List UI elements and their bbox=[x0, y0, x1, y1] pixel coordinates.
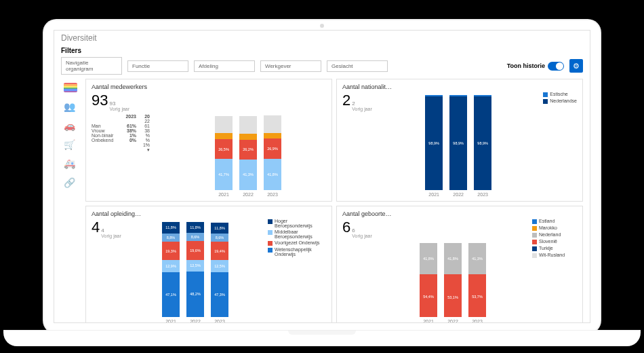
bar-segment: 54,4% bbox=[420, 276, 437, 317]
legend-swatch bbox=[268, 241, 273, 246]
bar-segment: 41,8% bbox=[264, 159, 281, 190]
x-axis-label: 2021 bbox=[423, 319, 434, 323]
laptop-frame: Diversiteit Filters Navigatie organigram… bbox=[44, 20, 600, 333]
bar-segment: 12,9% bbox=[162, 260, 180, 272]
bar-segment bbox=[239, 116, 257, 134]
toon-historie-toggle[interactable] bbox=[548, 62, 564, 71]
x-axis-label: 2023 bbox=[472, 319, 483, 323]
legend-label: Turkije bbox=[539, 246, 553, 250]
kpi: 4 4 Vorig jaar bbox=[92, 219, 125, 238]
filter-geslacht[interactable]: Geslacht bbox=[327, 60, 388, 72]
card-title: Aantal geboorte… bbox=[342, 210, 577, 217]
legend-item: Nederland bbox=[532, 232, 577, 238]
legend-label: Nederlandse bbox=[550, 98, 577, 103]
bar-segment: 48,2% bbox=[186, 272, 204, 317]
filters-title: Filters bbox=[61, 47, 583, 54]
kpi: 93 93 Vorig jaar bbox=[92, 92, 166, 111]
x-axis-label: 2023 bbox=[267, 192, 278, 197]
car-icon[interactable]: 🚗 bbox=[64, 121, 77, 130]
legend-item: Slovenië bbox=[532, 239, 577, 244]
bar-segment bbox=[264, 115, 281, 132]
x-axis-label: 2021 bbox=[428, 192, 439, 197]
legend-label: Slovenië bbox=[539, 239, 557, 244]
legend-label: Estland bbox=[539, 219, 555, 223]
card-medewerkers: Aantal medewerkers 93 93 Vorig jaar bbox=[85, 79, 332, 202]
legend-label: Wit-Rusland bbox=[539, 253, 565, 257]
legend-swatch bbox=[532, 233, 537, 238]
chart-medewerkers: 41,7%26,5%202141,3%26,2%202241,8%26,9%20… bbox=[170, 92, 326, 197]
legend-label: Nederland bbox=[539, 232, 561, 237]
legend-swatch bbox=[532, 253, 537, 258]
bar-segment: 8,6% bbox=[211, 234, 228, 242]
legend-item: Turkije bbox=[532, 246, 577, 251]
chart-opleiding: 47,1%12,9%19,3%8,8%11,8%202148,2%12,5%19… bbox=[129, 219, 261, 323]
filter-navigatie[interactable]: Navigatie organigram bbox=[61, 57, 122, 75]
chart-nationaliteiten: 98,9%202198,9%202298,9%2023 bbox=[380, 92, 536, 197]
x-axis-label: 2023 bbox=[477, 192, 488, 197]
card-title: Aantal opleiding… bbox=[92, 210, 326, 217]
filter-afdeling[interactable]: Afdeling bbox=[194, 60, 255, 72]
settings-button[interactable]: ⚙ bbox=[569, 59, 583, 73]
bar-segment: 47,1% bbox=[162, 272, 180, 317]
chart-geboorte: 54,4%41,8%202153,1%41,8%202253,7%41,3%20… bbox=[380, 219, 525, 323]
bar-segment: 98,9% bbox=[425, 96, 443, 190]
x-axis-label: 2021 bbox=[165, 319, 176, 323]
legend-swatch bbox=[268, 248, 273, 253]
legend-item: Wit-Rusland bbox=[532, 253, 577, 258]
filter-functie[interactable]: Functie bbox=[127, 60, 188, 72]
bar-segment: 12,5% bbox=[211, 260, 228, 272]
bar-segment: 12,5% bbox=[186, 260, 204, 272]
legend-swatch bbox=[532, 226, 537, 231]
bar-segment: 11,8% bbox=[211, 223, 228, 234]
x-axis-label: 2022 bbox=[447, 319, 458, 323]
filter-werkgever[interactable]: Werkgever bbox=[260, 60, 321, 72]
x-axis-label: 2021 bbox=[218, 192, 229, 197]
kpi-sub: Vorig jaar bbox=[109, 107, 129, 111]
bar-segment: 41,8% bbox=[444, 243, 462, 274]
link-icon[interactable]: 🔗 bbox=[64, 178, 77, 187]
app-screen: Diversiteit Filters Navigatie organigram… bbox=[54, 30, 590, 323]
rainbow-flag-icon[interactable] bbox=[64, 83, 77, 92]
legend-label: Estische bbox=[550, 92, 567, 96]
ambulance-icon[interactable]: 🚑 bbox=[64, 159, 77, 168]
cart-icon[interactable]: 🛒 bbox=[64, 140, 77, 149]
people-icon[interactable]: 👥 bbox=[64, 102, 77, 111]
laptop-base bbox=[3, 330, 641, 346]
bar-segment: 98,9% bbox=[474, 96, 491, 190]
x-axis-label: 2022 bbox=[453, 192, 464, 197]
bar-segment: 53,7% bbox=[468, 277, 486, 317]
legend-item: Hoger Beroepsonderwijs bbox=[268, 219, 326, 228]
card-title: Aantal nationalit… bbox=[342, 83, 577, 90]
legend-swatch bbox=[532, 219, 537, 224]
bar-segment: 47,3% bbox=[211, 272, 228, 317]
legend: EstlandMarokkoNederlandSloveniëTurkijeWi… bbox=[529, 219, 577, 323]
card-nationaliteiten: Aantal nationalit… 2 2 Vorig jaar 9 bbox=[336, 79, 583, 202]
legend-label: Marokko bbox=[539, 225, 557, 230]
legend-item: Middelbaar Beroepsonderwijs bbox=[268, 229, 326, 239]
legend-label: Hoger Beroepsonderwijs bbox=[275, 219, 326, 228]
camera bbox=[320, 24, 324, 28]
bar-segment: 53,1% bbox=[444, 278, 462, 317]
card-title: Aantal medewerkers bbox=[92, 83, 326, 90]
legend-swatch bbox=[268, 219, 273, 224]
stats-table: 202320 22 Man61%61 Vrouw38%38 Non-binair… bbox=[92, 114, 166, 153]
legend-swatch bbox=[532, 246, 537, 251]
bar-segment: 11,8% bbox=[162, 222, 180, 234]
legend-label: Middelbaar Beroepsonderwijs bbox=[275, 229, 326, 239]
legend-item: Wetenschappelijk Onderwijs bbox=[268, 247, 326, 257]
bar-segment: 19,4% bbox=[211, 242, 228, 260]
kpi-small: 93 bbox=[109, 100, 129, 107]
bar-segment: 19,3% bbox=[162, 242, 180, 260]
legend-item: Estland bbox=[532, 219, 577, 224]
bar-segment bbox=[264, 133, 281, 139]
bar-segment: 41,8% bbox=[420, 243, 437, 274]
card-geboorte: Aantal geboorte… 6 6 Vorig jaar 54, bbox=[336, 206, 583, 323]
legend-item: Nederlandse bbox=[543, 98, 577, 104]
bar-segment bbox=[239, 134, 257, 140]
legend-swatch bbox=[268, 230, 273, 235]
legend-label: Wetenschappelijk Onderwijs bbox=[275, 247, 326, 257]
filters-bar: Filters Navigatie organigram Functie Afd… bbox=[54, 45, 590, 79]
legend-swatch bbox=[532, 240, 537, 244]
bar-segment: 8,8% bbox=[162, 234, 180, 242]
kpi: 6 6 Vorig jaar bbox=[342, 219, 376, 238]
